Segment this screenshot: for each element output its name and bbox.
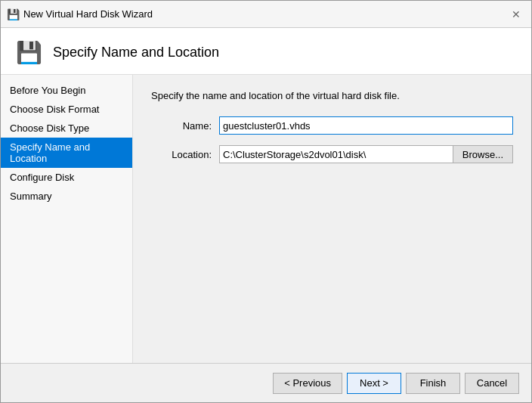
wizard-window: 💾 New Virtual Hard Disk Wizard ✕ 💾 Speci… <box>0 0 532 403</box>
wizard-body: Before You Begin Choose Disk Format Choo… <box>1 75 531 363</box>
browse-button[interactable]: Browse... <box>453 145 513 163</box>
title-bar: 💾 New Virtual Hard Disk Wizard ✕ <box>1 1 531 28</box>
wizard-title: Specify Name and Location <box>53 45 219 60</box>
main-content: Specify the name and location of the vir… <box>133 75 531 363</box>
title-bar-text: New Virtual Hard Disk Wizard <box>23 8 507 20</box>
name-input[interactable] <box>219 116 513 135</box>
next-button[interactable]: Next > <box>347 373 401 394</box>
wizard-header-icon: 💾 <box>16 40 42 65</box>
sidebar-item-summary[interactable]: Summary <box>1 187 132 206</box>
location-input-group: Browse... <box>219 145 513 163</box>
finish-button[interactable]: Finish <box>406 373 460 394</box>
sidebar-item-before-you-begin[interactable]: Before You Begin <box>1 81 132 100</box>
sidebar: Before You Begin Choose Disk Format Choo… <box>1 75 133 363</box>
sidebar-item-configure-disk[interactable]: Configure Disk <box>1 168 132 187</box>
previous-button[interactable]: < Previous <box>273 373 342 394</box>
name-row: Name: <box>151 116 513 135</box>
close-button[interactable]: ✕ <box>507 5 525 23</box>
sidebar-item-choose-disk-format[interactable]: Choose Disk Format <box>1 100 132 119</box>
wizard-footer: < Previous Next > Finish Cancel <box>1 363 531 402</box>
sidebar-item-specify-name-location[interactable]: Specify Name and Location <box>1 138 132 168</box>
cancel-button[interactable]: Cancel <box>465 373 519 394</box>
title-bar-icon: 💾 <box>7 8 19 20</box>
wizard-header: 💾 Specify Name and Location <box>1 28 531 75</box>
location-input[interactable] <box>219 145 453 163</box>
main-description: Specify the name and location of the vir… <box>151 90 513 101</box>
location-row: Location: Browse... <box>151 145 513 163</box>
sidebar-item-choose-disk-type[interactable]: Choose Disk Type <box>1 119 132 138</box>
name-label: Name: <box>151 120 212 132</box>
location-label: Location: <box>151 149 212 160</box>
